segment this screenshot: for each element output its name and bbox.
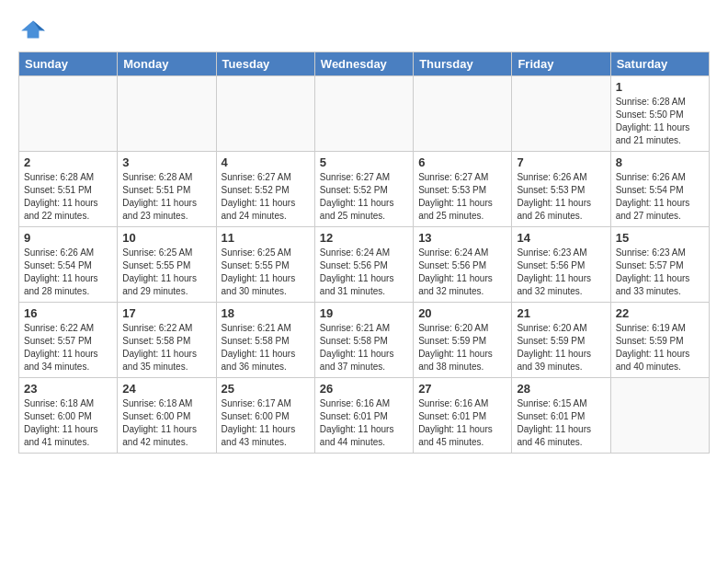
calendar-cell: 5Sunrise: 6:27 AM Sunset: 5:52 PM Daylig… bbox=[314, 152, 413, 227]
col-header-saturday: Saturday bbox=[610, 52, 709, 76]
day-info: Sunrise: 6:28 AM Sunset: 5:51 PM Dayligh… bbox=[24, 171, 112, 223]
calendar-cell: 13Sunrise: 6:24 AM Sunset: 5:56 PM Dayli… bbox=[414, 227, 512, 303]
calendar-table: SundayMondayTuesdayWednesdayThursdayFrid… bbox=[18, 52, 710, 454]
day-info: Sunrise: 6:25 AM Sunset: 5:55 PM Dayligh… bbox=[222, 247, 310, 298]
day-info: Sunrise: 6:16 AM Sunset: 6:01 PM Dayligh… bbox=[418, 397, 506, 449]
calendar-cell: 23Sunrise: 6:18 AM Sunset: 6:00 PM Dayli… bbox=[19, 378, 118, 454]
day-number: 8 bbox=[616, 155, 704, 169]
calendar-week-3: 16Sunrise: 6:22 AM Sunset: 5:57 PM Dayli… bbox=[19, 303, 710, 378]
logo bbox=[18, 15, 50, 44]
day-info: Sunrise: 6:16 AM Sunset: 6:01 PM Dayligh… bbox=[320, 397, 408, 449]
header bbox=[18, 15, 710, 44]
col-header-monday: Monday bbox=[118, 52, 216, 76]
day-number: 23 bbox=[24, 382, 112, 396]
day-info: Sunrise: 6:17 AM Sunset: 6:00 PM Dayligh… bbox=[222, 397, 310, 449]
calendar-cell: 28Sunrise: 6:15 AM Sunset: 6:01 PM Dayli… bbox=[512, 378, 610, 454]
day-number: 24 bbox=[122, 382, 210, 396]
day-info: Sunrise: 6:18 AM Sunset: 6:00 PM Dayligh… bbox=[24, 397, 112, 449]
day-number: 26 bbox=[320, 382, 408, 396]
col-header-friday: Friday bbox=[512, 52, 610, 76]
calendar-week-4: 23Sunrise: 6:18 AM Sunset: 6:00 PM Dayli… bbox=[19, 378, 710, 454]
day-info: Sunrise: 6:21 AM Sunset: 5:58 PM Dayligh… bbox=[320, 322, 408, 373]
day-number: 17 bbox=[122, 306, 210, 320]
day-number: 13 bbox=[418, 231, 506, 245]
day-info: Sunrise: 6:22 AM Sunset: 5:58 PM Dayligh… bbox=[122, 322, 210, 373]
day-number: 25 bbox=[222, 382, 310, 396]
day-info: Sunrise: 6:27 AM Sunset: 5:53 PM Dayligh… bbox=[418, 171, 506, 223]
day-info: Sunrise: 6:26 AM Sunset: 5:54 PM Dayligh… bbox=[24, 247, 112, 298]
calendar-cell: 24Sunrise: 6:18 AM Sunset: 6:00 PM Dayli… bbox=[118, 378, 216, 454]
calendar-cell bbox=[19, 76, 118, 152]
day-number: 2 bbox=[24, 155, 112, 169]
day-info: Sunrise: 6:23 AM Sunset: 5:56 PM Dayligh… bbox=[517, 247, 605, 298]
calendar-cell bbox=[314, 76, 413, 152]
calendar-cell: 27Sunrise: 6:16 AM Sunset: 6:01 PM Dayli… bbox=[414, 378, 512, 454]
day-info: Sunrise: 6:19 AM Sunset: 5:59 PM Dayligh… bbox=[616, 322, 704, 373]
day-number: 7 bbox=[517, 155, 605, 169]
day-number: 11 bbox=[222, 231, 310, 245]
calendar-cell: 3Sunrise: 6:28 AM Sunset: 5:51 PM Daylig… bbox=[118, 152, 216, 227]
day-number: 16 bbox=[24, 306, 112, 320]
calendar-cell bbox=[216, 76, 314, 152]
calendar-cell bbox=[414, 76, 512, 152]
day-info: Sunrise: 6:18 AM Sunset: 6:00 PM Dayligh… bbox=[122, 397, 210, 449]
calendar-cell: 21Sunrise: 6:20 AM Sunset: 5:59 PM Dayli… bbox=[512, 303, 610, 378]
day-number: 28 bbox=[517, 382, 605, 396]
calendar-cell: 9Sunrise: 6:26 AM Sunset: 5:54 PM Daylig… bbox=[19, 227, 118, 303]
col-header-sunday: Sunday bbox=[19, 52, 118, 76]
page: SundayMondayTuesdayWednesdayThursdayFrid… bbox=[0, 0, 728, 468]
calendar-cell: 20Sunrise: 6:20 AM Sunset: 5:59 PM Dayli… bbox=[414, 303, 512, 378]
calendar-cell: 14Sunrise: 6:23 AM Sunset: 5:56 PM Dayli… bbox=[512, 227, 610, 303]
day-info: Sunrise: 6:23 AM Sunset: 5:57 PM Dayligh… bbox=[616, 247, 704, 298]
calendar-cell: 15Sunrise: 6:23 AM Sunset: 5:57 PM Dayli… bbox=[610, 227, 709, 303]
calendar-cell: 22Sunrise: 6:19 AM Sunset: 5:59 PM Dayli… bbox=[610, 303, 709, 378]
day-number: 20 bbox=[418, 306, 506, 320]
day-info: Sunrise: 6:20 AM Sunset: 5:59 PM Dayligh… bbox=[418, 322, 506, 373]
day-number: 12 bbox=[320, 231, 408, 245]
day-number: 21 bbox=[517, 306, 605, 320]
calendar-cell: 7Sunrise: 6:26 AM Sunset: 5:53 PM Daylig… bbox=[512, 152, 610, 227]
calendar-cell: 25Sunrise: 6:17 AM Sunset: 6:00 PM Dayli… bbox=[216, 378, 314, 454]
day-info: Sunrise: 6:22 AM Sunset: 5:57 PM Dayligh… bbox=[24, 322, 112, 373]
day-number: 15 bbox=[616, 231, 704, 245]
day-number: 19 bbox=[320, 306, 408, 320]
calendar-cell: 18Sunrise: 6:21 AM Sunset: 5:58 PM Dayli… bbox=[216, 303, 314, 378]
day-info: Sunrise: 6:28 AM Sunset: 5:50 PM Dayligh… bbox=[616, 96, 704, 147]
calendar-cell: 2Sunrise: 6:28 AM Sunset: 5:51 PM Daylig… bbox=[19, 152, 118, 227]
day-info: Sunrise: 6:27 AM Sunset: 5:52 PM Dayligh… bbox=[222, 171, 310, 223]
calendar-cell bbox=[118, 76, 216, 152]
calendar-week-1: 2Sunrise: 6:28 AM Sunset: 5:51 PM Daylig… bbox=[19, 152, 710, 227]
day-info: Sunrise: 6:26 AM Sunset: 5:53 PM Dayligh… bbox=[517, 171, 605, 223]
day-info: Sunrise: 6:24 AM Sunset: 5:56 PM Dayligh… bbox=[418, 247, 506, 298]
day-info: Sunrise: 6:21 AM Sunset: 5:58 PM Dayligh… bbox=[222, 322, 310, 373]
calendar-cell: 6Sunrise: 6:27 AM Sunset: 5:53 PM Daylig… bbox=[414, 152, 512, 227]
day-number: 4 bbox=[222, 155, 310, 169]
day-number: 9 bbox=[24, 231, 112, 245]
day-info: Sunrise: 6:20 AM Sunset: 5:59 PM Dayligh… bbox=[517, 322, 605, 373]
calendar-cell: 17Sunrise: 6:22 AM Sunset: 5:58 PM Dayli… bbox=[118, 303, 216, 378]
day-number: 14 bbox=[517, 231, 605, 245]
day-info: Sunrise: 6:25 AM Sunset: 5:55 PM Dayligh… bbox=[122, 247, 210, 298]
calendar-cell: 16Sunrise: 6:22 AM Sunset: 5:57 PM Dayli… bbox=[19, 303, 118, 378]
logo-icon bbox=[18, 15, 48, 44]
calendar-cell: 8Sunrise: 6:26 AM Sunset: 5:54 PM Daylig… bbox=[610, 152, 709, 227]
day-number: 10 bbox=[122, 231, 210, 245]
day-number: 22 bbox=[616, 306, 704, 320]
calendar-header-row: SundayMondayTuesdayWednesdayThursdayFrid… bbox=[19, 52, 710, 76]
day-number: 5 bbox=[320, 155, 408, 169]
col-header-tuesday: Tuesday bbox=[216, 52, 314, 76]
calendar-cell: 19Sunrise: 6:21 AM Sunset: 5:58 PM Dayli… bbox=[314, 303, 413, 378]
calendar-cell: 1Sunrise: 6:28 AM Sunset: 5:50 PM Daylig… bbox=[610, 76, 709, 152]
day-info: Sunrise: 6:27 AM Sunset: 5:52 PM Dayligh… bbox=[320, 171, 408, 223]
day-info: Sunrise: 6:24 AM Sunset: 5:56 PM Dayligh… bbox=[320, 247, 408, 298]
calendar-cell: 4Sunrise: 6:27 AM Sunset: 5:52 PM Daylig… bbox=[216, 152, 314, 227]
col-header-thursday: Thursday bbox=[414, 52, 512, 76]
calendar-cell: 12Sunrise: 6:24 AM Sunset: 5:56 PM Dayli… bbox=[314, 227, 413, 303]
day-number: 27 bbox=[418, 382, 506, 396]
calendar-cell: 10Sunrise: 6:25 AM Sunset: 5:55 PM Dayli… bbox=[118, 227, 216, 303]
col-header-wednesday: Wednesday bbox=[314, 52, 413, 76]
day-number: 6 bbox=[418, 155, 506, 169]
calendar-week-2: 9Sunrise: 6:26 AM Sunset: 5:54 PM Daylig… bbox=[19, 227, 710, 303]
calendar-cell bbox=[610, 378, 709, 454]
calendar-cell bbox=[512, 76, 610, 152]
